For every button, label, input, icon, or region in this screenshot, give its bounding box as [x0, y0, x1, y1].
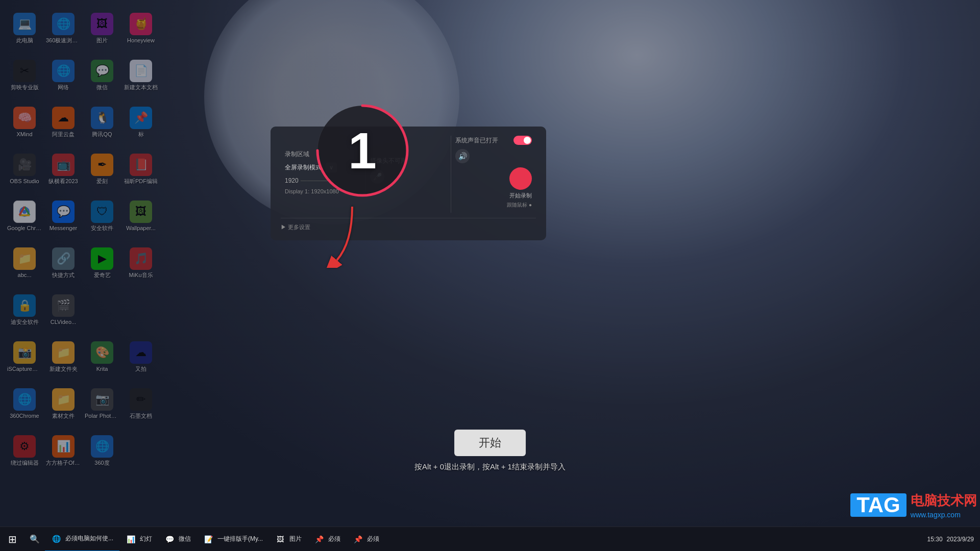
desktop-icon-blank1: [84, 288, 120, 333]
desktop-icon-grid: 💻 此电脑 🌐 360极速浏览器 🖼 图片 🍯 Honeyview ✂ 剪映专业…: [0, 0, 165, 480]
taskbar-ppt-label: 幻灯: [140, 535, 152, 543]
desktop-icon-photos[interactable]: 🖼 图片: [84, 6, 120, 51]
desktop-icon-456crack[interactable]: ⚙ 绕过编辑器: [6, 429, 43, 473]
system-audio-toggle[interactable]: [513, 136, 532, 145]
taskbar-app1-label: 必须: [328, 535, 340, 543]
taskbar-date: 2023/9/29: [947, 536, 974, 543]
desktop-icon-power[interactable]: 💻 此电脑: [6, 6, 43, 51]
taskbar-browser-label: 必须电脑如何使...: [65, 534, 113, 543]
taskbar-wechat-icon: 💬: [164, 534, 175, 544]
start-button[interactable]: 开始: [454, 430, 526, 456]
desktop-icon-aike[interactable]: ✒ 爱刻: [84, 147, 120, 192]
countdown-circle: 1: [311, 99, 413, 202]
resolution-label: 1920: [285, 177, 299, 184]
desktop-icon-polarphoto[interactable]: 📷 Polar Photo E..: [84, 382, 120, 427]
desktop-icon-newfile[interactable]: 📁 新建文件夹: [45, 335, 82, 380]
taskbar-app2-icon: 📌: [353, 534, 363, 544]
taskbar-start-button[interactable]: ⊞: [0, 527, 24, 552]
desktop-icon-wechat[interactable]: 💬 微信: [84, 53, 120, 98]
countdown-overlay: 1: [311, 99, 413, 202]
tag-cn-label: 电脑技术网: [911, 492, 977, 510]
desktop-icon-360chrome[interactable]: 🌐 360Chrome: [6, 382, 43, 427]
desktop-icon-clvideo[interactable]: 🎬 CLVideo...: [45, 288, 82, 333]
desktop-icon-iscapture[interactable]: 📸 iSCapture快捷方式: [6, 335, 43, 380]
desktop-icon-blank3: [122, 429, 159, 473]
start-button-area: 开始 按Alt + 0退出录制，按Alt + 1结束录制并导入: [414, 430, 566, 472]
taskbar-item-my[interactable]: 📝 一键排版手(My...: [197, 527, 269, 552]
desktop-icon-xmind[interactable]: 🧠 XMind: [6, 100, 43, 145]
follow-mouse-label: 跟随鼠标 ●: [507, 202, 532, 209]
tag-row: TAG 电脑技术网 www.tagxp.com: [850, 492, 977, 519]
desktop-icon-tab[interactable]: 📌 标: [122, 100, 159, 145]
desktop-icon-obs[interactable]: 🎥 OBS Studio: [6, 147, 43, 192]
desktop-icon-wallpaper[interactable]: 🖼 Wallpaper...: [122, 194, 159, 239]
desktop-icon-qq[interactable]: 🐧 腾讯QQ: [84, 100, 120, 145]
desktop-icon-iqiyi[interactable]: ▶ 爱奇艺: [84, 241, 120, 286]
desktop-icon-honeyview[interactable]: 🍯 Honeyview: [122, 6, 159, 51]
taskbar-item-ppt[interactable]: 📊 幻灯: [119, 527, 158, 552]
capture-area-label: 录制区域: [285, 150, 309, 159]
desktop-icon-krita[interactable]: 🎨 Krita: [84, 335, 120, 380]
system-audio-label: 系统声音已打开: [455, 136, 498, 145]
desktop-icon-officebox[interactable]: 📊 方方格子OfficeBox: [45, 429, 82, 473]
desktop-icon-zhoupu[interactable]: 📺 纵横看2023: [45, 147, 82, 192]
taskbar-right: 15:30 2023/9/29: [927, 536, 980, 543]
desktop-icon-miku[interactable]: 🎵 MiKu音乐: [122, 241, 159, 286]
taskbar-browser-icon: 🌐: [51, 534, 61, 544]
countdown-number: 1: [311, 99, 413, 202]
taskbar-item-wechat[interactable]: 💬 微信: [158, 527, 197, 552]
desktop-icon-abc[interactable]: 📁 abc...: [6, 241, 43, 286]
taskbar: ⊞ 🔍 🌐 必须电脑如何使... 📊 幻灯 💬 微信 📝 一键排版手(My...…: [0, 527, 980, 551]
desktop-icon-shihe[interactable]: ✏ 石墨文档: [122, 382, 159, 427]
desktop-icon-newdoc[interactable]: 📄 新建文本文档: [122, 53, 159, 98]
tag-watermark: TAG 电脑技术网 www.tagxp.com: [847, 485, 980, 525]
taskbar-time: 15:30: [927, 536, 943, 543]
desktop-icon-network[interactable]: 🌐 网络: [45, 53, 82, 98]
desktop-icon-material[interactable]: 📁 素材文件: [45, 382, 82, 427]
desktop-icon-chrome[interactable]: Google Chrome: [6, 194, 43, 239]
tag-text-right: 电脑技术网 www.tagxp.com: [911, 492, 977, 519]
desktop-icon-safe[interactable]: 🔒 迪安全软件: [6, 288, 43, 333]
desktop-icon-360speed[interactable]: 🌐 360极速浏览器: [45, 6, 82, 51]
tag-url: www.tagxp.com: [911, 511, 977, 519]
desktop-icon-blank2: [122, 288, 159, 333]
taskbar-app2-label: 必须: [367, 535, 379, 543]
start-record-label: 开始录制: [509, 192, 532, 199]
desktop-icon-messenger[interactable]: 💬 Messenger: [45, 194, 82, 239]
taskbar-app1-icon: 📌: [314, 534, 324, 544]
taskbar-item-app2[interactable]: 📌 必须: [347, 527, 385, 552]
tag-box-label: TAG: [850, 493, 906, 517]
taskbar-ppt-icon: 📊: [126, 534, 136, 544]
taskbar-wechat-label: 微信: [179, 535, 191, 543]
taskbar-search-button[interactable]: 🔍: [24, 527, 45, 552]
more-settings-link[interactable]: ▶ 更多设置: [281, 223, 536, 231]
desktop-icon-youpai[interactable]: ☁ 又拍: [122, 335, 159, 380]
taskbar-item-app1[interactable]: 📌 必须: [308, 527, 347, 552]
taskbar-item-browser[interactable]: 🌐 必须电脑如何使...: [45, 527, 119, 552]
taskbar-photo-icon: 🖼: [275, 534, 285, 544]
taskbar-item-photo[interactable]: 🖼 图片: [269, 527, 308, 552]
hint-text: 按Alt + 0退出录制，按Alt + 1结束录制并导入: [414, 462, 566, 472]
desktop-icon-link1[interactable]: 🔗 快捷方式: [45, 241, 82, 286]
taskbar-my-label: 一键排版手(My...: [217, 535, 263, 543]
desktop-icon-aqiu[interactable]: 🛡 安全软件: [84, 194, 120, 239]
arrow-pointer: [324, 202, 365, 270]
record-button[interactable]: [509, 167, 532, 190]
desktop-icon-cutpro[interactable]: ✂ 剪映专业版: [6, 53, 43, 98]
desktop-icon-pdf[interactable]: 📕 福昕PDF编辑: [122, 147, 159, 192]
taskbar-photo-label: 图片: [289, 535, 302, 543]
desktop-icon-360degree[interactable]: 🌐 360度: [84, 429, 120, 473]
desktop-icon-aliyun[interactable]: ☁ 阿里云盘: [45, 100, 82, 145]
speaker-icon: 🔊: [455, 149, 470, 163]
taskbar-my-icon: 📝: [203, 534, 213, 544]
panel-right-section: 系统声音已打开 🔊 开始录制 跟随鼠标 ●: [451, 136, 536, 213]
